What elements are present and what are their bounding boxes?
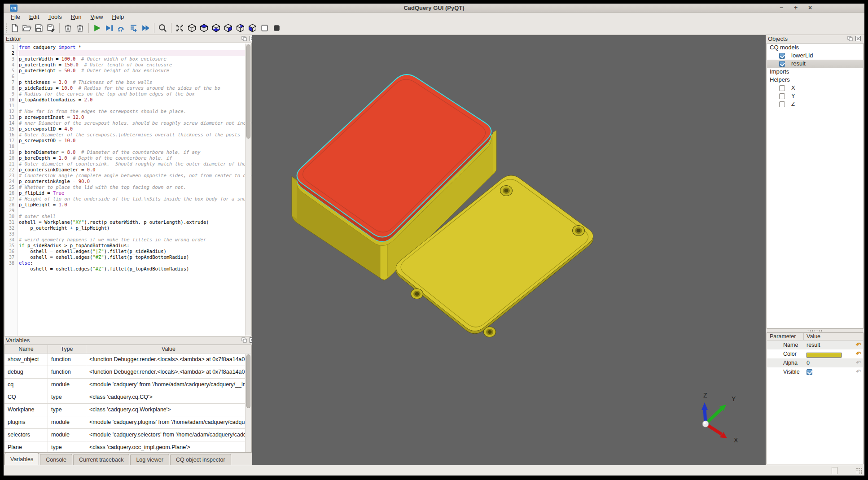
editor-panel-header: Editor bbox=[4, 35, 252, 43]
tab-cq-object-inspector[interactable]: CQ object inspector bbox=[170, 454, 231, 466]
window-resize-grip[interactable] bbox=[856, 467, 863, 474]
shaded-view-icon[interactable] bbox=[271, 22, 283, 34]
tree-section-helpers[interactable]: Helpers bbox=[767, 76, 863, 84]
new-file-icon[interactable] bbox=[9, 22, 21, 34]
undo-icon[interactable]: ↶ bbox=[855, 350, 862, 358]
variables-vertical-scrollbar[interactable] bbox=[245, 354, 251, 452]
3d-viewport[interactable]: Z Y X bbox=[252, 35, 766, 465]
zoom-to-fit-icon[interactable] bbox=[157, 22, 169, 34]
delete-render-icon[interactable] bbox=[62, 22, 74, 34]
table-row[interactable]: show_objectfunction<function Debugger.re… bbox=[4, 353, 251, 366]
continue-icon[interactable] bbox=[140, 22, 152, 34]
color-swatch[interactable] bbox=[807, 353, 842, 358]
variables-scrollbar-thumb[interactable] bbox=[246, 354, 250, 408]
close-button[interactable]: × bbox=[806, 4, 814, 13]
visibility-checkbox[interactable] bbox=[779, 61, 785, 67]
tree-item-x[interactable]: X bbox=[767, 84, 863, 92]
close-panel-icon[interactable] bbox=[855, 36, 861, 41]
debug-icon[interactable] bbox=[103, 22, 115, 34]
code-line: 36 oshell = oshell.edges("|Z").fillet(p_… bbox=[4, 249, 251, 254]
menu-edit[interactable]: Edit bbox=[25, 13, 44, 21]
tree-item-label: X bbox=[791, 84, 795, 92]
visibility-checkbox[interactable] bbox=[779, 101, 785, 107]
tree-item-lowerlid[interactable]: lowerLid bbox=[767, 52, 863, 60]
float-panel-icon[interactable] bbox=[241, 36, 247, 41]
table-row[interactable]: Workplanetype<class 'cadquery.cq.Workpla… bbox=[4, 404, 251, 416]
open-folder-icon[interactable] bbox=[21, 22, 33, 34]
toolbar-grip-handle[interactable] bbox=[4, 22, 9, 33]
table-row[interactable]: debugfunction<function Debugger.render.<… bbox=[4, 366, 251, 379]
tab-current-traceback[interactable]: Current traceback bbox=[73, 454, 129, 466]
variables-rows: show_objectfunction<function Debugger.re… bbox=[4, 353, 251, 453]
parameter-name: Color bbox=[767, 351, 804, 357]
save-as-icon[interactable] bbox=[45, 22, 57, 34]
wireframe-view-icon[interactable] bbox=[259, 22, 271, 34]
maximize-button[interactable]: + bbox=[792, 4, 800, 13]
table-row[interactable]: pluginsmodule<module 'cadquery.plugins' … bbox=[4, 416, 251, 429]
panel-splitter-handle[interactable] bbox=[767, 329, 864, 332]
toolbar-separator bbox=[154, 23, 154, 33]
save-icon[interactable] bbox=[33, 22, 45, 34]
view-top-icon[interactable] bbox=[198, 22, 210, 34]
statusbar-grip[interactable] bbox=[832, 467, 837, 474]
table-row[interactable]: cqmodule<module 'cadquery' from '/home/a… bbox=[4, 379, 251, 391]
editor-scrollbar-thumb[interactable] bbox=[246, 44, 250, 139]
float-panel-icon[interactable] bbox=[847, 36, 853, 41]
undo-icon[interactable]: ↶ bbox=[855, 368, 862, 375]
tab-log-viewer[interactable]: Log viewer bbox=[130, 454, 169, 466]
menu-tools[interactable]: Tools bbox=[44, 13, 66, 21]
dock-tabs: VariablesConsoleCurrent tracebackLog vie… bbox=[4, 453, 252, 465]
step-into-icon[interactable] bbox=[127, 22, 140, 34]
menu-view[interactable]: View bbox=[86, 13, 108, 21]
tree-section-cq-models[interactable]: CQ models bbox=[767, 44, 863, 52]
step-over-icon[interactable] bbox=[115, 22, 127, 34]
visibility-checkbox[interactable] bbox=[779, 53, 785, 59]
delete-all-icon[interactable] bbox=[74, 22, 86, 34]
undo-icon[interactable]: ↶ bbox=[855, 341, 862, 349]
minimize-button[interactable]: − bbox=[777, 4, 785, 13]
code-line: 28p_lipHeight = 1.0 bbox=[4, 202, 251, 208]
tab-console[interactable]: Console bbox=[40, 454, 72, 466]
column-header-value[interactable]: Value bbox=[804, 333, 820, 340]
view-front-icon[interactable] bbox=[222, 22, 234, 34]
view-iso-icon[interactable] bbox=[186, 22, 198, 34]
code-editor[interactable]: 1from cadquery import *23p_outerWidth = … bbox=[4, 43, 252, 336]
code-line: 25# Whether to place the lid with the to… bbox=[4, 184, 251, 190]
variables-table-header: Name Type Value bbox=[4, 345, 251, 353]
fit-view-icon[interactable] bbox=[174, 22, 186, 34]
column-header-parameter[interactable]: Parameter bbox=[767, 333, 804, 340]
menu-run[interactable]: Run bbox=[66, 13, 86, 21]
undo-icon[interactable]: ↶ bbox=[855, 359, 862, 367]
code-line: 34# weird geometry happens if we make th… bbox=[4, 237, 251, 243]
menu-help[interactable]: Help bbox=[108, 13, 129, 21]
view-bottom-icon[interactable] bbox=[210, 22, 222, 34]
tab-variables[interactable]: Variables bbox=[4, 453, 39, 465]
editor-vertical-scrollbar[interactable] bbox=[245, 44, 251, 336]
code-line: 6 bbox=[4, 74, 251, 79]
visible-checkbox[interactable] bbox=[807, 369, 812, 375]
table-row[interactable]: CQtype<class 'cadquery.cq.CQ'> bbox=[4, 391, 251, 404]
code-line: 27# Height of lip on the underside of th… bbox=[4, 196, 251, 202]
code-line: 32 p_outerHeight + p_lipHeight) bbox=[4, 225, 251, 231]
menu-file[interactable]: File bbox=[6, 13, 25, 21]
table-row[interactable]: Planetype<class 'cadquery.occ_impl.geom.… bbox=[4, 441, 251, 453]
tree-item-result[interactable]: result bbox=[767, 60, 863, 68]
column-header-value[interactable]: Value bbox=[86, 345, 251, 353]
code-line: 38else: bbox=[4, 260, 251, 266]
tree-item-z[interactable]: Z bbox=[767, 100, 863, 108]
view-left-icon[interactable] bbox=[246, 22, 259, 34]
titlebar[interactable]: cq CadQuery GUI (PyQT) − + × bbox=[4, 4, 864, 13]
view-back-icon[interactable] bbox=[234, 22, 246, 34]
float-panel-icon[interactable] bbox=[241, 337, 247, 343]
run-icon[interactable] bbox=[91, 22, 103, 34]
code-line: 15p_screwpostID = 4.0 bbox=[4, 126, 251, 132]
column-header-type[interactable]: Type bbox=[48, 345, 86, 353]
column-header-name[interactable]: Name bbox=[4, 345, 48, 353]
tree-item-y[interactable]: Y bbox=[767, 92, 863, 100]
visibility-checkbox[interactable] bbox=[779, 85, 785, 91]
variables-panel-title: Variables bbox=[6, 337, 30, 344]
parameter-name: Name bbox=[767, 342, 804, 348]
tree-section-imports[interactable]: Imports bbox=[767, 68, 863, 76]
table-row[interactable]: selectorsmodule<module 'cadquery.selecto… bbox=[4, 429, 251, 441]
visibility-checkbox[interactable] bbox=[779, 93, 785, 99]
